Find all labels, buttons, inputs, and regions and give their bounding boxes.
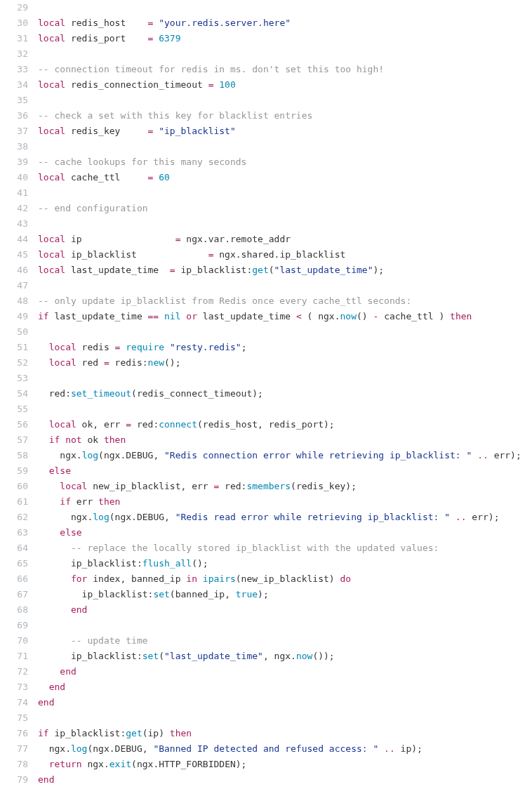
token-cm: -- check a set with this key for blackli… (38, 110, 312, 121)
code-line: 39-- cache lookups for this many seconds (0, 154, 532, 170)
token-id (38, 604, 71, 615)
token-kw: .. (455, 512, 467, 522)
token-kw: else (60, 527, 81, 538)
code-line: 74end (0, 695, 532, 710)
token-kw: if (60, 496, 71, 507)
code-line: 41 (0, 185, 532, 201)
token-kw: = (104, 357, 109, 368)
line-content: if not ok then (38, 432, 532, 448)
token-fn: set (153, 589, 169, 599)
line-content: local ip = ngx.var.remote_addr (38, 232, 532, 247)
line-number: 63 (0, 525, 38, 540)
code-line: 44local ip = ngx.var.remote_addr (0, 232, 532, 247)
token-str: "Redis read error while retrieving ip_bl… (175, 512, 450, 522)
token-kw: if (49, 435, 60, 445)
code-line: 55 (0, 402, 532, 417)
code-line: 79end (0, 772, 532, 788)
token-fn: set_timeout (71, 388, 131, 399)
token-fn: connect (159, 419, 197, 430)
token-id (164, 342, 170, 352)
token-str: "your.redis.server.here" (159, 18, 291, 28)
line-content: -- check a set with this key for blackli… (38, 108, 532, 124)
token-kw: local (38, 79, 65, 90)
code-line: 46local last_update_time = ip_blacklist:… (0, 263, 532, 278)
token-id (38, 759, 49, 769)
token-kw: local (60, 481, 87, 491)
line-number: 32 (0, 46, 38, 62)
code-line: 67 ip_blacklist:set(banned_ip, true); (0, 587, 532, 602)
line-content: return ngx.exit(ngx.HTTP_FORBIDDEN); (38, 757, 532, 772)
code-line: 78 return ngx.exit(ngx.HTTP_FORBIDDEN); (0, 757, 532, 772)
token-id (197, 573, 203, 584)
token-id: red (77, 357, 104, 368)
token-kw: end (60, 666, 76, 677)
token-fn: set (142, 651, 159, 661)
token-id: ip_blacklist: (38, 558, 142, 569)
token-id: ); (373, 265, 384, 275)
code-line: 56 local ok, err = red:connect(redis_hos… (0, 417, 532, 432)
token-id: new_ip_blacklist, err (87, 481, 213, 491)
token-id (38, 527, 60, 538)
line-content: local redis_host = "your.redis.server.he… (38, 15, 532, 31)
line-number: 70 (0, 633, 38, 649)
token-id: ngx. (38, 743, 71, 754)
token-id (60, 435, 65, 445)
line-content: ngx.log(ngx.DEBUG, "Redis connection err… (38, 448, 532, 463)
code-line: 50 (0, 324, 532, 340)
line-content: end (38, 602, 532, 618)
token-id: (redis_connect_timeout); (131, 388, 263, 399)
line-number: 75 (0, 710, 38, 726)
line-content: end (38, 679, 532, 695)
code-line: 58 ngx.log(ngx.DEBUG, "Redis connection … (0, 448, 532, 463)
line-number: 64 (0, 540, 38, 556)
token-id: ( (159, 651, 164, 661)
line-content: ngx.log(ngx.DEBUG, "Redis read error whi… (38, 510, 532, 525)
line-number: 35 (0, 93, 38, 108)
token-id (472, 450, 477, 460)
line-content: local new_ip_blacklist, err = red:smembe… (38, 479, 532, 494)
line-number: 29 (0, 0, 38, 15)
token-id: red: (38, 388, 71, 399)
line-content: if last_update_time == nil or last_updat… (38, 309, 532, 324)
code-line: 64 -- replace the locally stored ip_blac… (0, 540, 532, 556)
line-number: 30 (0, 15, 38, 31)
token-str: "resty.redis" (170, 342, 241, 352)
code-line: 45local ip_blacklist = ngx.shared.ip_bla… (0, 247, 532, 263)
token-id: redis_key (65, 126, 147, 136)
token-kw: do (340, 573, 352, 584)
line-number: 31 (0, 31, 38, 46)
token-fn: exit (109, 759, 131, 769)
code-line: 54 red:set_timeout(redis_connect_timeout… (0, 386, 532, 402)
line-content: if ip_blacklist:get(ip) then (38, 726, 532, 741)
line-number: 60 (0, 479, 38, 494)
line-number: 61 (0, 494, 38, 510)
token-kw: local (38, 234, 65, 244)
line-content: ip_blacklist:flush_all(); (38, 556, 532, 571)
line-number: 38 (0, 139, 38, 154)
token-id (38, 543, 71, 553)
token-str: "Banned IP detected and refused access: … (153, 743, 378, 754)
line-content: -- cache lookups for this many seconds (38, 154, 532, 170)
token-id (38, 496, 60, 507)
token-kw: end (71, 604, 87, 615)
token-id: ngx. (38, 450, 82, 460)
line-number: 66 (0, 571, 38, 587)
code-line: 57 if not ok then (0, 432, 532, 448)
token-id: redis_host (65, 18, 147, 28)
token-id: (); (192, 558, 208, 569)
token-fn: flush_all (142, 558, 192, 569)
token-id: redis_port (65, 33, 147, 44)
line-content: ip_blacklist:set("last_update_time", ngx… (38, 649, 532, 664)
token-id: , ngx. (263, 651, 296, 661)
token-fn: get (252, 265, 268, 275)
token-id (38, 419, 49, 430)
token-id: ip); (395, 743, 423, 754)
token-id: ( (269, 265, 274, 275)
line-number: 49 (0, 309, 38, 324)
token-cm: -- only update ip_blacklist from Redis o… (38, 296, 411, 306)
line-content (38, 93, 532, 108)
line-content (38, 216, 532, 232)
code-line: 77 ngx.log(ngx.DEBUG, "Banned IP detecte… (0, 741, 532, 757)
line-number: 79 (0, 772, 38, 788)
token-id: ngx. (82, 759, 109, 769)
